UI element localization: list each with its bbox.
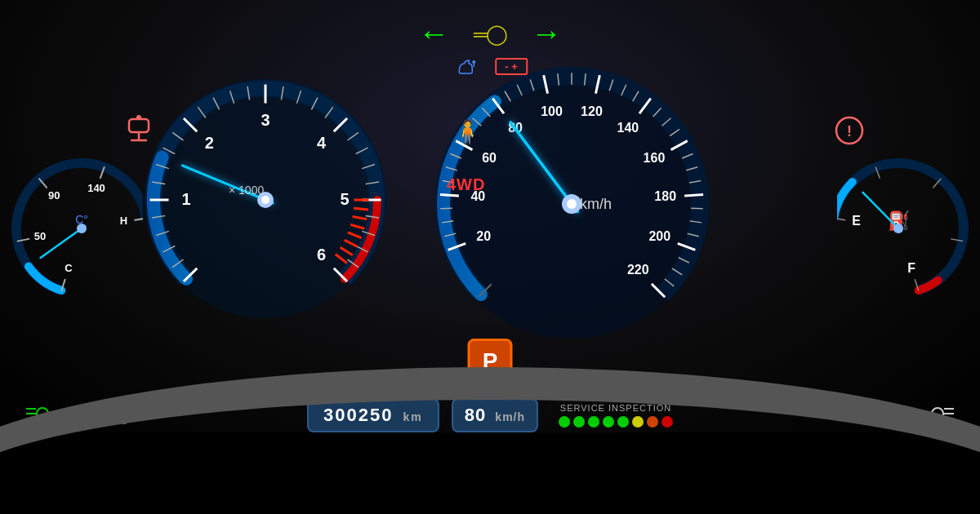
oil-warning-icon — [452, 57, 479, 75]
svg-text:!: ! — [847, 123, 852, 140]
top-indicator-bar: ← ═◯ → — [418, 16, 562, 51]
svg-rect-2 — [129, 119, 149, 132]
battery-warning-icon: - + — [495, 58, 528, 75]
seatbelt-warning-icon: 🧍 — [453, 118, 482, 145]
tachometer-unit-label: × 1000 — [229, 184, 264, 197]
tachometer-gauge — [127, 49, 404, 326]
right-turn-arrow-icon: → — [531, 16, 562, 51]
left-turn-arrow-icon: ← — [418, 16, 449, 51]
headlight-icon: ═◯ — [474, 23, 506, 46]
brake-warning-icon: ! — [833, 114, 866, 153]
airbag-warning-icon — [122, 114, 155, 153]
svg-point-0 — [472, 60, 475, 64]
fwd-label: 4WD — [447, 175, 485, 194]
svg-point-5 — [136, 115, 141, 120]
second-indicator-bar: - + — [452, 57, 528, 75]
speedometer-unit-label: km/h — [580, 196, 612, 213]
